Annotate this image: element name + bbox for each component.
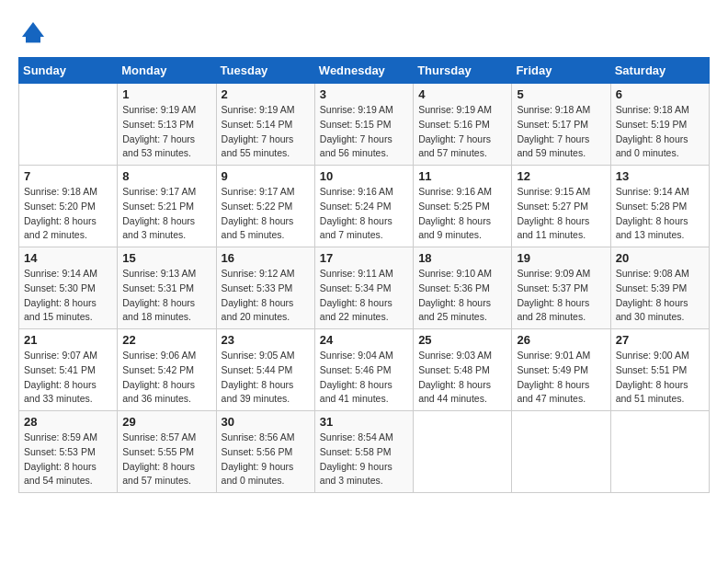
calendar-cell: 1Sunrise: 9:19 AMSunset: 5:13 PMDaylight… <box>118 84 216 166</box>
day-info: Sunrise: 9:12 AMSunset: 5:33 PMDaylight:… <box>222 267 310 325</box>
calendar-cell: 16Sunrise: 9:12 AMSunset: 5:33 PMDayligh… <box>216 247 314 329</box>
day-info: Sunrise: 9:00 AMSunset: 5:51 PMDaylight:… <box>616 349 704 407</box>
calendar-cell: 9Sunrise: 9:17 AMSunset: 5:22 PMDaylight… <box>216 166 314 247</box>
day-info: Sunrise: 9:04 AMSunset: 5:46 PMDaylight:… <box>320 349 408 407</box>
calendar-cell: 26Sunrise: 9:01 AMSunset: 5:49 PMDayligh… <box>512 329 610 411</box>
day-info: Sunrise: 8:56 AMSunset: 5:56 PMDaylight:… <box>222 431 310 488</box>
day-number: 18 <box>418 251 506 265</box>
day-info: Sunrise: 8:57 AMSunset: 5:55 PMDaylight:… <box>122 431 210 488</box>
calendar-cell: 13Sunrise: 9:14 AMSunset: 5:28 PMDayligh… <box>610 166 709 247</box>
day-info: Sunrise: 9:17 AMSunset: 5:21 PMDaylight:… <box>122 185 210 243</box>
day-number: 7 <box>24 169 112 183</box>
calendar-cell: 8Sunrise: 9:17 AMSunset: 5:21 PMDaylight… <box>118 166 216 247</box>
calendar-cell: 14Sunrise: 9:14 AMSunset: 5:30 PMDayligh… <box>19 247 118 329</box>
logo <box>18 18 53 48</box>
calendar-cell: 11Sunrise: 9:16 AMSunset: 5:25 PMDayligh… <box>414 166 512 247</box>
day-info: Sunrise: 9:05 AMSunset: 5:44 PMDaylight:… <box>222 349 310 407</box>
calendar-cell: 20Sunrise: 9:08 AMSunset: 5:39 PMDayligh… <box>610 247 709 329</box>
day-info: Sunrise: 9:18 AMSunset: 5:17 PMDaylight:… <box>517 103 605 161</box>
weekday-header-row: SundayMondayTuesdayWednesdayThursdayFrid… <box>19 58 710 84</box>
calendar-cell: 28Sunrise: 8:59 AMSunset: 5:53 PMDayligh… <box>19 411 118 493</box>
calendar-cell: 12Sunrise: 9:15 AMSunset: 5:27 PMDayligh… <box>512 166 610 247</box>
day-info: Sunrise: 9:19 AMSunset: 5:14 PMDaylight:… <box>222 103 310 161</box>
calendar-cell: 7Sunrise: 9:18 AMSunset: 5:20 PMDaylight… <box>19 166 118 247</box>
calendar-cell: 23Sunrise: 9:05 AMSunset: 5:44 PMDayligh… <box>216 329 314 411</box>
calendar-cell: 22Sunrise: 9:06 AMSunset: 5:42 PMDayligh… <box>118 329 216 411</box>
weekday-header: Saturday <box>610 58 709 84</box>
day-number: 6 <box>616 87 704 101</box>
day-number: 28 <box>24 415 112 429</box>
day-info: Sunrise: 9:14 AMSunset: 5:30 PMDaylight:… <box>24 267 112 325</box>
day-info: Sunrise: 9:19 AMSunset: 5:15 PMDaylight:… <box>320 103 408 161</box>
calendar-table: SundayMondayTuesdayWednesdayThursdayFrid… <box>18 57 710 493</box>
day-info: Sunrise: 8:59 AMSunset: 5:53 PMDaylight:… <box>24 431 112 488</box>
day-info: Sunrise: 9:13 AMSunset: 5:31 PMDaylight:… <box>122 267 210 325</box>
calendar-cell <box>19 84 118 166</box>
weekday-header: Monday <box>118 58 216 84</box>
calendar-cell: 25Sunrise: 9:03 AMSunset: 5:48 PMDayligh… <box>414 329 512 411</box>
day-info: Sunrise: 9:18 AMSunset: 5:20 PMDaylight:… <box>24 185 112 243</box>
weekday-header: Tuesday <box>216 58 314 84</box>
day-info: Sunrise: 9:17 AMSunset: 5:22 PMDaylight:… <box>222 185 310 243</box>
day-info: Sunrise: 9:19 AMSunset: 5:13 PMDaylight:… <box>122 103 210 161</box>
day-number: 13 <box>616 169 704 183</box>
calendar-cell: 29Sunrise: 8:57 AMSunset: 5:55 PMDayligh… <box>118 411 216 493</box>
day-number: 27 <box>616 333 704 347</box>
calendar-week-row: 14Sunrise: 9:14 AMSunset: 5:30 PMDayligh… <box>19 247 710 329</box>
calendar-cell: 3Sunrise: 9:19 AMSunset: 5:15 PMDaylight… <box>314 84 413 166</box>
calendar-cell: 30Sunrise: 8:56 AMSunset: 5:56 PMDayligh… <box>216 411 314 493</box>
svg-rect-1 <box>26 37 40 42</box>
day-number: 25 <box>418 333 506 347</box>
day-number: 14 <box>24 251 112 265</box>
logo-icon <box>18 18 48 48</box>
day-info: Sunrise: 9:11 AMSunset: 5:34 PMDaylight:… <box>320 267 408 325</box>
calendar-week-row: 1Sunrise: 9:19 AMSunset: 5:13 PMDaylight… <box>19 84 710 166</box>
day-number: 12 <box>517 169 605 183</box>
day-number: 8 <box>122 169 210 183</box>
day-number: 3 <box>320 87 408 101</box>
day-info: Sunrise: 9:16 AMSunset: 5:25 PMDaylight:… <box>418 185 506 243</box>
day-number: 15 <box>122 251 210 265</box>
day-number: 10 <box>320 169 408 183</box>
calendar-cell: 15Sunrise: 9:13 AMSunset: 5:31 PMDayligh… <box>118 247 216 329</box>
day-info: Sunrise: 9:08 AMSunset: 5:39 PMDaylight:… <box>616 267 704 325</box>
calendar-cell: 6Sunrise: 9:18 AMSunset: 5:19 PMDaylight… <box>610 84 709 166</box>
day-info: Sunrise: 9:15 AMSunset: 5:27 PMDaylight:… <box>517 185 605 243</box>
calendar-cell: 10Sunrise: 9:16 AMSunset: 5:24 PMDayligh… <box>314 166 413 247</box>
calendar-cell <box>512 411 610 493</box>
day-info: Sunrise: 9:06 AMSunset: 5:42 PMDaylight:… <box>122 349 210 407</box>
day-number: 5 <box>517 87 605 101</box>
calendar-cell: 5Sunrise: 9:18 AMSunset: 5:17 PMDaylight… <box>512 84 610 166</box>
calendar-cell <box>610 411 709 493</box>
calendar-cell <box>414 411 512 493</box>
calendar-cell: 31Sunrise: 8:54 AMSunset: 5:58 PMDayligh… <box>314 411 413 493</box>
day-number: 21 <box>24 333 112 347</box>
svg-marker-0 <box>22 22 44 37</box>
day-number: 9 <box>222 169 310 183</box>
calendar-cell: 21Sunrise: 9:07 AMSunset: 5:41 PMDayligh… <box>19 329 118 411</box>
weekday-header: Thursday <box>414 58 512 84</box>
weekday-header: Friday <box>512 58 610 84</box>
day-number: 26 <box>517 333 605 347</box>
day-number: 22 <box>122 333 210 347</box>
calendar-week-row: 28Sunrise: 8:59 AMSunset: 5:53 PMDayligh… <box>19 411 710 493</box>
day-info: Sunrise: 9:09 AMSunset: 5:37 PMDaylight:… <box>517 267 605 325</box>
calendar-cell: 17Sunrise: 9:11 AMSunset: 5:34 PMDayligh… <box>314 247 413 329</box>
day-number: 19 <box>517 251 605 265</box>
day-info: Sunrise: 9:01 AMSunset: 5:49 PMDaylight:… <box>517 349 605 407</box>
day-info: Sunrise: 9:14 AMSunset: 5:28 PMDaylight:… <box>616 185 704 243</box>
day-number: 4 <box>418 87 506 101</box>
day-info: Sunrise: 9:07 AMSunset: 5:41 PMDaylight:… <box>24 349 112 407</box>
day-info: Sunrise: 9:03 AMSunset: 5:48 PMDaylight:… <box>418 349 506 407</box>
day-info: Sunrise: 8:54 AMSunset: 5:58 PMDaylight:… <box>320 431 408 488</box>
calendar-cell: 19Sunrise: 9:09 AMSunset: 5:37 PMDayligh… <box>512 247 610 329</box>
day-number: 24 <box>320 333 408 347</box>
day-number: 16 <box>222 251 310 265</box>
day-number: 31 <box>320 415 408 429</box>
calendar-week-row: 7Sunrise: 9:18 AMSunset: 5:20 PMDaylight… <box>19 166 710 247</box>
day-info: Sunrise: 9:10 AMSunset: 5:36 PMDaylight:… <box>418 267 506 325</box>
calendar-week-row: 21Sunrise: 9:07 AMSunset: 5:41 PMDayligh… <box>19 329 710 411</box>
calendar-cell: 27Sunrise: 9:00 AMSunset: 5:51 PMDayligh… <box>610 329 709 411</box>
weekday-header: Wednesday <box>314 58 413 84</box>
day-number: 23 <box>222 333 310 347</box>
